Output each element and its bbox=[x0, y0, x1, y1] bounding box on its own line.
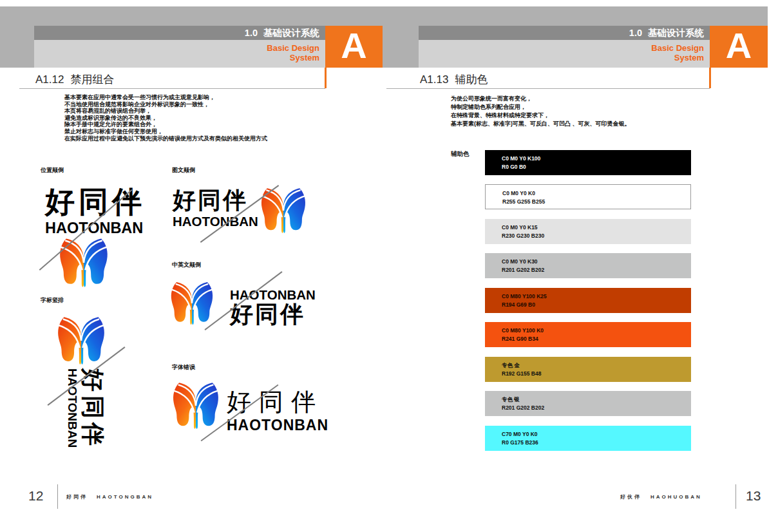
logotype-en: HAOTONBAN bbox=[173, 215, 258, 229]
section-title-en2: System bbox=[419, 53, 704, 62]
logo-mark bbox=[53, 316, 109, 366]
section-letter: A bbox=[341, 25, 366, 66]
manual-spread: 1.0基础设计系统 Basic Design System A A1.12禁用组… bbox=[0, 0, 778, 532]
logotype-cn: 好同伴 bbox=[173, 189, 248, 212]
intro-line: 除本手册中规定允许的要素组合外， bbox=[64, 121, 267, 128]
color-swatch-gray-15: C0 M0 Y0 K15 R230 G230 B230 bbox=[485, 219, 691, 244]
right-footer-brand: 好伙伴HAOHUOBAN bbox=[620, 493, 702, 500]
swatch-spot-name: 专色 金 bbox=[502, 362, 520, 370]
logo-mark bbox=[169, 281, 215, 326]
swatch-spot-name: 专色 银 bbox=[502, 396, 520, 404]
swatch-rgb: R201 G202 B202 bbox=[502, 404, 544, 411]
footer-brand-cn: 好伙伴 bbox=[620, 494, 641, 500]
vertical-lockup: 好同伴 HAOTONBAN bbox=[62, 368, 104, 478]
footer-brand-cn: 好同伴 bbox=[66, 494, 88, 500]
right-header-light-bar: Basic Design System bbox=[419, 40, 710, 68]
section-title-cn: 基础设计系统 bbox=[648, 28, 704, 38]
swatch-rgb: R255 G255 B255 bbox=[502, 198, 545, 205]
swatch-cmyk: C0 M0 Y0 K30 bbox=[502, 258, 538, 265]
color-swatch-gold: 专色 金 R192 G155 B48 bbox=[485, 357, 691, 382]
right-page-title-text: 辅助色 bbox=[455, 73, 488, 86]
logotype-cn: 好同伴 bbox=[81, 368, 104, 478]
intro-line: 基本要素(标志、标准字)可黑、可反白、可凹凸 、可灰、可印烫金银。 bbox=[451, 120, 631, 128]
swatch-rgb: R230 G230 B230 bbox=[502, 233, 544, 239]
right-footer-divider bbox=[735, 484, 736, 509]
section-letter: A bbox=[726, 25, 752, 66]
left-section-letter-box: A bbox=[325, 26, 383, 68]
color-swatch-dark-red: C0 M80 Y100 K25 R194 G69 B0 bbox=[485, 288, 691, 313]
right-intro-text: 为使公司形象统一而富有变化， 特制定辅助色系列配合应用， 在特殊背景、特殊材料或… bbox=[451, 95, 631, 128]
right-accent-vline bbox=[709, 68, 711, 88]
example-label-position-inverted: 位置颠倒 bbox=[41, 166, 64, 175]
example-label-wrong-font: 字体错误 bbox=[172, 363, 195, 372]
swatch-rgb: R0 G0 B0 bbox=[502, 164, 526, 170]
section-title-en1: Basic Design bbox=[419, 43, 704, 53]
left-page-code: A1.12 bbox=[35, 73, 64, 86]
left-edge-strip bbox=[0, 26, 34, 68]
example-label-cn-en-inverted: 中英文颠倒 bbox=[172, 261, 201, 269]
right-section-letter-box: A bbox=[710, 26, 768, 68]
intro-line: 不当地使用组合规范将影响企业对外标识形象的一致性， bbox=[64, 101, 267, 108]
right-page-code: A1.13 bbox=[420, 73, 448, 86]
right-header-dark-bar: 1.0基础设计系统 bbox=[419, 26, 710, 40]
section-title-en2: System bbox=[34, 53, 319, 62]
intro-line: 避免造成标识形象传达的不良效果， bbox=[64, 115, 267, 122]
example-label-image-text-inverted: 图文颠倒 bbox=[172, 166, 195, 175]
logotype-en: HAOTONBAN bbox=[227, 418, 328, 433]
left-page-number: 12 bbox=[28, 488, 43, 504]
swatch-rgb: R0 G175 B236 bbox=[502, 439, 538, 446]
left-header-light-bar: Basic Design System bbox=[34, 40, 325, 68]
intro-line: 为使公司形象统一而富有变化， bbox=[451, 95, 631, 103]
swatch-cmyk: C0 M0 Y0 K0 bbox=[502, 190, 535, 196]
footer-brand-en: HAOTONGBAN bbox=[97, 494, 153, 500]
color-swatch-orange-red: C0 M80 Y100 K0 R241 G90 B34 bbox=[485, 322, 691, 347]
color-swatch-cyan: C70 M0 Y0 K0 R0 G175 B236 bbox=[485, 426, 691, 451]
logotype-cn: 好同伴 bbox=[230, 303, 305, 326]
section-number: 1.0 bbox=[629, 28, 642, 38]
footer-brand-en: HAOHUOBAN bbox=[650, 494, 702, 500]
center-gutter-strip bbox=[383, 26, 419, 68]
left-header-dark-bar: 1.0基础设计系统 bbox=[34, 26, 325, 40]
color-swatch-gray-30: C0 M0 Y0 K30 R201 G202 B202 bbox=[485, 253, 691, 278]
swatch-rgb: R201 G202 B202 bbox=[502, 267, 544, 273]
logo-mark bbox=[171, 381, 221, 430]
logo-mark bbox=[57, 237, 111, 289]
left-accent-vline bbox=[325, 68, 327, 88]
left-page-title: A1.12禁用组合 bbox=[35, 72, 114, 87]
color-swatch-white: C0 M0 Y0 K0 R255 G255 B255 bbox=[485, 184, 691, 209]
swatch-rgb: R192 G155 B48 bbox=[502, 370, 541, 377]
left-page-title-text: 禁用组合 bbox=[70, 73, 114, 86]
example-label-vertical-lockup: 字标竖排 bbox=[41, 296, 64, 305]
header-band bbox=[0, 6, 768, 26]
left-intro-text: 基本要素在应用中通常会受一些习惯行为或主观意见影响， 不当地使用组合规范将影响企… bbox=[64, 94, 267, 142]
swatch-rgb: R194 G69 B0 bbox=[502, 301, 535, 308]
section-title-en1: Basic Design bbox=[34, 43, 319, 53]
swatch-cmyk: C0 M0 Y0 K100 bbox=[502, 155, 540, 162]
swatch-cmyk: C70 M0 Y0 K0 bbox=[502, 431, 538, 437]
right-page-number: 13 bbox=[746, 488, 761, 504]
intro-line: 基本要素在应用中通常会受一些习惯行为或主观意见影响， bbox=[64, 94, 267, 101]
intro-line: 在特殊背景、特殊材料或特定要求下， bbox=[451, 111, 631, 120]
section-number: 1.0 bbox=[245, 28, 258, 38]
intro-line: 在实际应用过程中应避免以下预先演示的错误使用方式及有类似的相关使用方式 bbox=[64, 135, 267, 142]
intro-line: 禁止对标志与标准字做任何变形使用， bbox=[64, 128, 267, 135]
intro-line: 特制定辅助色系列配合应用， bbox=[451, 103, 631, 111]
right-page-title: A1.13辅助色 bbox=[420, 72, 488, 87]
left-footer-brand: 好同伴HAOTONGBAN bbox=[66, 493, 153, 500]
color-swatch-black: C0 M0 Y0 K100 R0 G0 B0 bbox=[485, 150, 691, 175]
swatch-column-label: 辅助色 bbox=[451, 150, 470, 158]
section-title-cn: 基础设计系统 bbox=[263, 28, 319, 38]
swatch-rgb: R241 G90 B34 bbox=[502, 336, 538, 342]
color-swatch-silver: 专色 银 R201 G202 B202 bbox=[485, 391, 691, 416]
left-title-rule bbox=[19, 88, 325, 89]
right-title-rule bbox=[386, 88, 710, 89]
swatch-cmyk: C0 M0 Y0 K15 bbox=[502, 224, 538, 231]
intro-line: 本页将容易混乱的错误组合列举， bbox=[64, 108, 267, 115]
swatch-cmyk: C0 M80 Y100 K25 bbox=[502, 293, 547, 299]
swatch-cmyk: C0 M80 Y100 K0 bbox=[502, 327, 544, 334]
left-footer-divider bbox=[57, 484, 58, 509]
